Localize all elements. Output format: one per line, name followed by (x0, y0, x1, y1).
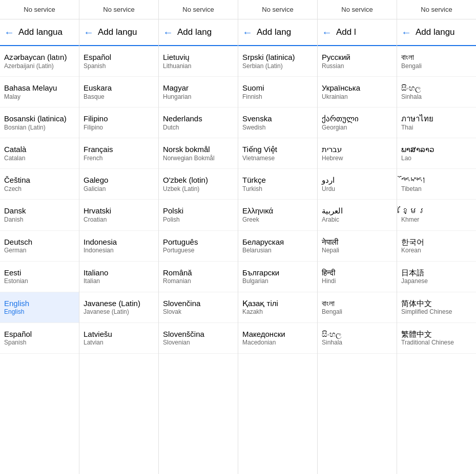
back-arrow-0[interactable]: ← (4, 27, 14, 38)
lang-item-0-0[interactable]: Azərbaycan (latın)Azerbaijani (Latin) (0, 46, 79, 77)
lang-item-5-9[interactable]: 繁體中文Traditional Chinese (397, 323, 476, 354)
lang-english-4-0: Russian (322, 62, 392, 71)
lang-item-1-1[interactable]: EuskaraBasque (79, 77, 158, 107)
lang-item-1-4[interactable]: GalegoGalician (79, 169, 158, 200)
lang-item-3-4[interactable]: TürkçeTurkish (238, 169, 317, 200)
lang-item-0-1[interactable]: Bahasa MelayuMalay (0, 77, 79, 107)
lang-item-3-0[interactable]: Srpski (latinica)Serbian (Latin) (238, 46, 317, 77)
back-arrow-1[interactable]: ← (84, 27, 94, 38)
lang-english-4-3: Hebrew (322, 155, 392, 163)
lang-item-2-1[interactable]: MagyarHungarian (159, 77, 238, 107)
header-title-5: Add langu (416, 27, 455, 37)
lang-item-3-1[interactable]: SuomiFinnish (238, 77, 317, 107)
lang-item-4-0[interactable]: РусскийRussian (318, 46, 397, 77)
lang-native-1-7: Italiano (84, 268, 154, 278)
lang-item-4-9[interactable]: සිංහලSinhala (318, 323, 397, 354)
lang-item-4-6[interactable]: नेपालीNepali (318, 231, 397, 262)
lang-english-3-2: Swedish (242, 124, 313, 132)
lang-item-4-4[interactable]: اردوUrdu (318, 169, 397, 200)
lang-native-2-8: Slovenčina (163, 298, 234, 309)
lang-item-0-7[interactable]: EestiEstonian (0, 262, 79, 292)
lang-item-2-7[interactable]: RomânăRomanian (159, 262, 238, 292)
lang-item-4-5[interactable]: العربيةArabic (318, 200, 397, 230)
lang-native-3-2: Svenska (242, 114, 313, 124)
lang-item-4-1[interactable]: УкраїнськаUkrainian (318, 77, 397, 107)
lang-item-4-2[interactable]: ქართულიGeorgian (318, 107, 397, 138)
lang-native-2-1: Magyar (163, 83, 234, 93)
lang-item-4-3[interactable]: עבריתHebrew (318, 138, 397, 169)
lang-item-1-6[interactable]: IndonesiaIndonesian (79, 231, 158, 262)
lang-item-2-3[interactable]: Norsk bokmålNorwegian Bokmål (159, 138, 238, 169)
lang-item-2-2[interactable]: NederlandsDutch (159, 107, 238, 138)
lang-native-5-9: 繁體中文 (401, 329, 472, 339)
lang-item-5-1[interactable]: සිංහලSinhala (397, 77, 476, 107)
lang-item-3-2[interactable]: SvenskaSwedish (238, 107, 317, 138)
back-arrow-5[interactable]: ← (401, 27, 411, 38)
lang-item-2-4[interactable]: O'zbek (lotin)Uzbek (Latin) (159, 169, 238, 200)
lang-english-4-6: Nepali (322, 247, 392, 255)
lang-item-5-4[interactable]: བོད་སྐད།Tibetan (397, 169, 476, 200)
lang-english-0-1: Malay (4, 93, 75, 101)
lang-english-2-0: Lithuanian (163, 62, 234, 71)
lang-english-0-5: Danish (4, 216, 75, 224)
lang-english-1-0: Spanish (84, 62, 154, 71)
lang-item-3-6[interactable]: БеларускаяBelarusian (238, 231, 317, 262)
lang-item-3-3[interactable]: Tiếng ViệtVietnamese (238, 138, 317, 169)
lang-item-2-0[interactable]: LietuviųLithuanian (159, 46, 238, 77)
lang-item-5-8[interactable]: 简体中文Simplified Chinese (397, 292, 476, 323)
back-arrow-3[interactable]: ← (242, 27, 253, 38)
lang-english-1-7: Italian (84, 277, 154, 286)
lang-item-5-3[interactable]: ພາສາລາວLao (397, 138, 476, 169)
lang-item-1-8[interactable]: Javanese (Latin)Javanese (Latin) (79, 292, 158, 323)
lang-item-2-6[interactable]: PortuguêsPortuguese (159, 231, 238, 262)
lang-item-0-4[interactable]: ČeštinaCzech (0, 169, 79, 200)
lang-item-4-7[interactable]: हिन्दीHindi (318, 262, 397, 292)
columns-wrapper: ←Add languaAzərbaycan (latın)Azerbaijani… (0, 19, 476, 474)
lang-item-4-8[interactable]: বাংলাBengali (318, 292, 397, 323)
lang-english-0-3: Catalan (4, 155, 75, 163)
lang-item-5-0[interactable]: বাংলাBengali (397, 46, 476, 77)
lang-item-3-5[interactable]: ΕλληνικάGreek (238, 200, 317, 230)
lang-item-5-7[interactable]: 日本語Japanese (397, 262, 476, 292)
lang-english-2-3: Norwegian Bokmål (163, 155, 234, 163)
lang-item-5-6[interactable]: 한국어Korean (397, 231, 476, 262)
lang-native-0-4: Čeština (4, 175, 75, 185)
lang-item-2-9[interactable]: SlovenščinaSlovenian (159, 323, 238, 354)
lang-english-3-9: Macedonian (242, 339, 313, 347)
lang-item-0-5[interactable]: DanskDanish (0, 200, 79, 230)
lang-item-1-9[interactable]: LatviešuLatvian (79, 323, 158, 354)
column-header-3: ←Add lang (238, 19, 317, 46)
lang-native-2-9: Slovenščina (163, 329, 234, 339)
lang-item-0-8[interactable]: EnglishEnglish (0, 292, 79, 323)
lang-native-1-9: Latviešu (84, 329, 154, 339)
lang-native-2-5: Polski (163, 206, 234, 216)
lang-item-0-3[interactable]: CatalàCatalan (0, 138, 79, 169)
lang-english-0-2: Bosnian (Latin) (4, 124, 75, 132)
lang-item-0-2[interactable]: Bosanski (latinica)Bosnian (Latin) (0, 107, 79, 138)
lang-item-2-8[interactable]: SlovenčinaSlovak (159, 292, 238, 323)
column-0: ←Add languaAzərbaycan (latın)Azerbaijani… (0, 19, 79, 474)
status-segment-0: No service (0, 0, 79, 19)
back-arrow-2[interactable]: ← (163, 27, 173, 38)
lang-item-0-9[interactable]: EspañolSpanish (0, 323, 79, 354)
lang-native-4-3: עברית (322, 144, 392, 155)
lang-item-3-8[interactable]: Қазақ тіліKazakh (238, 292, 317, 323)
lang-item-1-3[interactable]: FrançaisFrench (79, 138, 158, 169)
lang-item-0-6[interactable]: DeutschGerman (0, 231, 79, 262)
column-3: ←Add langSrpski (latinica)Serbian (Latin… (238, 19, 318, 474)
lang-native-0-9: Español (4, 329, 75, 339)
lang-english-5-0: Bengali (401, 62, 472, 71)
lang-item-1-0[interactable]: EspañolSpanish (79, 46, 158, 77)
column-4: ←Add lРусскийRussianУкраїнськаUkrainianქ… (318, 19, 397, 474)
lang-item-3-9[interactable]: МакедонскиMacedonian (238, 323, 317, 354)
lang-item-1-7[interactable]: ItalianoItalian (79, 262, 158, 292)
back-arrow-4[interactable]: ← (322, 27, 332, 38)
lang-item-3-7[interactable]: БългарскиBulgarian (238, 262, 317, 292)
lang-native-1-8: Javanese (Latin) (84, 298, 154, 309)
lang-english-1-6: Indonesian (84, 247, 154, 255)
lang-item-5-5[interactable]: ខ្មែរKhmer (397, 200, 476, 230)
lang-item-1-2[interactable]: FilipinoFilipino (79, 107, 158, 138)
lang-item-5-2[interactable]: ภาษาไทยThai (397, 107, 476, 138)
lang-item-2-5[interactable]: PolskiPolish (159, 200, 238, 230)
lang-item-1-5[interactable]: HrvatskiCroatian (79, 200, 158, 230)
